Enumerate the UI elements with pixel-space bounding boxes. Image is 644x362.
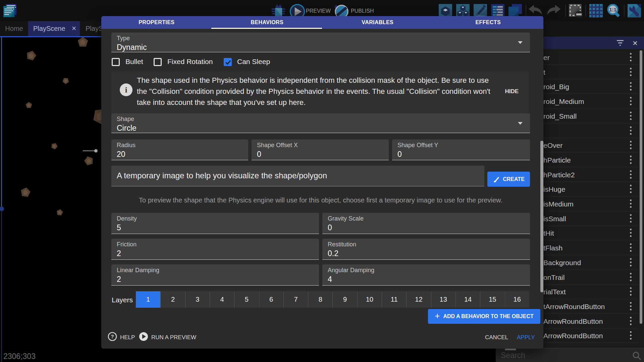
svg-text:1:1: 1:1	[609, 7, 616, 12]
svg-text:?: ?	[111, 334, 114, 339]
